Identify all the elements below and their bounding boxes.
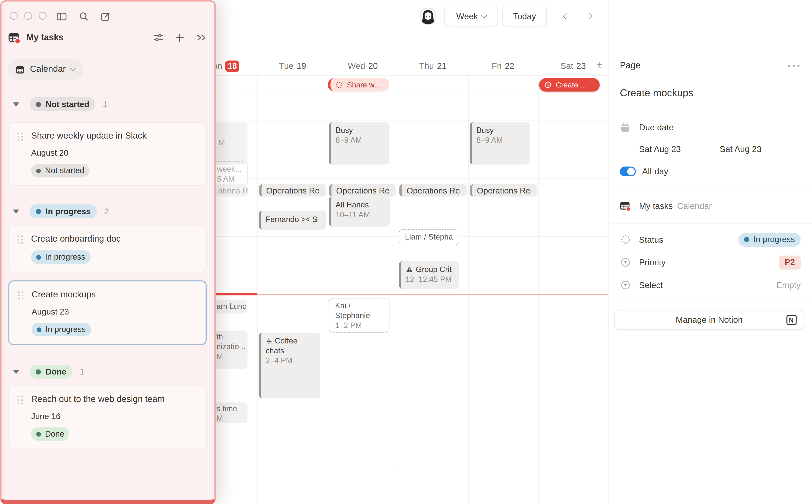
collapse-triangle-icon[interactable]: [13, 209, 19, 214]
notion-icon: N: [786, 315, 797, 325]
view-switcher-week-button[interactable]: Week: [444, 6, 498, 26]
day-header-wed[interactable]: Wed20: [328, 57, 398, 75]
manage-in-notion-button[interactable]: Manage in Notion N: [614, 310, 804, 330]
group-count: 2: [104, 207, 109, 216]
property-row-status[interactable]: StatusIn progress: [620, 231, 801, 248]
task-card[interactable]: Share weekly update in SlackAugust 20Not…: [8, 122, 207, 186]
allday-share-weekly[interactable]: Share w...: [328, 78, 389, 92]
event-busy-fri[interactable]: Busy8–9 AM: [470, 122, 530, 165]
compose-icon[interactable]: [100, 11, 111, 22]
property-value-label: In progress: [753, 235, 795, 244]
group-status-pill[interactable]: Done: [30, 365, 72, 379]
group-count: 1: [80, 367, 84, 376]
property-row-priority[interactable]: PriorityP2: [620, 254, 801, 270]
group-label: In progress: [46, 207, 91, 216]
task-card[interactable]: Reach out to the web design teamJune 16D…: [8, 385, 207, 449]
zoom-button[interactable]: [39, 12, 47, 20]
search-icon[interactable]: [79, 11, 89, 22]
divider: [609, 302, 812, 302]
priority-icon: [620, 257, 631, 267]
drag-handle-icon[interactable]: [18, 291, 24, 300]
grid-line: [258, 75, 258, 504]
event-line: chats: [266, 346, 316, 356]
group-status-pill[interactable]: In progress: [30, 204, 97, 218]
minimize-button[interactable]: [24, 12, 32, 20]
due-date-icon: [620, 122, 631, 133]
property-value[interactable]: In progress: [738, 233, 801, 247]
task-status-pill[interactable]: Done: [31, 427, 69, 441]
property-label: Status: [639, 235, 663, 245]
prev-week-icon[interactable]: [561, 11, 571, 21]
task-card[interactable]: Create onboarding docIn progress: [8, 225, 207, 272]
due-date-start[interactable]: Sat Aug 23: [639, 144, 681, 154]
more-icon[interactable]: [788, 61, 800, 70]
task-status-pill[interactable]: Not started: [31, 164, 89, 177]
current-time-indicator-extension: [257, 294, 608, 295]
event-operations-wed[interactable]: Operations Re: [329, 184, 396, 197]
property-row-select[interactable]: SelectEmpty: [620, 277, 801, 293]
scale-icon[interactable]: ±: [593, 59, 606, 72]
source-calendar-row[interactable]: My tasks Calendar: [620, 200, 801, 212]
filter-icon[interactable]: [153, 33, 164, 43]
grid-line: [187, 75, 608, 75]
allday-toggle[interactable]: [620, 167, 636, 177]
task-title[interactable]: Create mockups: [620, 87, 693, 99]
view-switcher-label: Calendar: [30, 64, 66, 75]
avatar[interactable]: [420, 8, 437, 25]
day-header-tue[interactable]: Tue19: [258, 57, 328, 75]
drag-handle-icon[interactable]: [18, 132, 23, 141]
property-value[interactable]: Empty: [777, 280, 801, 290]
event-operations-fri[interactable]: Operations Re: [470, 184, 537, 197]
add-task-icon[interactable]: [174, 33, 185, 43]
view-switcher-calendar[interactable]: Calendar: [8, 59, 83, 80]
event-liam-stephanie-thu[interactable]: Liam / Stepha: [399, 229, 459, 245]
allday-row: All-day: [620, 167, 801, 177]
property-value[interactable]: P2: [779, 255, 801, 269]
event-busy-wed[interactable]: Busy8–9 AM: [329, 122, 389, 165]
event-group-crit-thu[interactable]: Group Crit12–12:45 PM: [399, 261, 459, 289]
drag-handle-icon[interactable]: [18, 235, 23, 244]
chevron-down-icon: [481, 12, 487, 18]
event-line: 12–12:45 PM: [406, 274, 455, 284]
group-label: Not started: [46, 99, 89, 109]
collapse-sidebar-icon[interactable]: [195, 33, 207, 43]
group-status-pill[interactable]: Not started: [30, 97, 96, 111]
manage-button-label: Manage in Notion: [676, 315, 743, 325]
task-status-pill[interactable]: In progress: [31, 250, 90, 264]
status-dot-icon: [36, 168, 41, 173]
close-button[interactable]: [10, 12, 18, 20]
event-operations-thu[interactable]: Operations Re: [399, 184, 466, 197]
task-card-title: Create mockups: [31, 289, 197, 301]
divider: [609, 223, 812, 223]
next-week-icon[interactable]: [584, 11, 593, 21]
collapse-triangle-icon[interactable]: [13, 370, 19, 374]
grid-line: [187, 353, 608, 353]
sidebar-toggle-icon[interactable]: [56, 11, 67, 22]
event-coffee-chats-tue[interactable]: ☕ Coffeechats2–4 PM: [259, 333, 320, 398]
task-card[interactable]: Create mockupsAugust 23In progress: [8, 280, 207, 345]
group-header-gray[interactable]: Not started1: [13, 97, 215, 111]
window-controls[interactable]: [10, 12, 47, 20]
event-operations-tue[interactable]: Operations Re: [259, 184, 326, 197]
task-status-pill[interactable]: In progress: [31, 323, 91, 336]
collapse-triangle-icon[interactable]: [13, 102, 19, 106]
day-header-thu[interactable]: Thu21: [398, 57, 468, 75]
chevron-down-icon: [70, 66, 76, 72]
event-line: s time: [217, 403, 244, 413]
drag-handle-icon[interactable]: [18, 396, 23, 405]
event-line: 10–11 AM: [336, 210, 386, 219]
group-header-green[interactable]: Done1: [13, 365, 215, 379]
due-date-end[interactable]: Sat Aug 23: [720, 144, 762, 154]
day-header-fri[interactable]: Fri22: [468, 57, 538, 75]
sidebar-title: My tasks: [26, 33, 64, 43]
event-kai-stephanie-wed[interactable]: Kai /Stephanie1–2 PM: [329, 298, 390, 333]
event-fernando-tue[interactable]: Fernando >< S: [259, 211, 326, 230]
today-button[interactable]: Today: [502, 6, 547, 26]
allday-create-mockups[interactable]: Create ...: [539, 78, 600, 92]
due-date-label: Due date: [639, 123, 674, 132]
clock-icon: [544, 81, 552, 89]
event-all-hands-wed[interactable]: All Hands10–11 AM: [329, 197, 390, 227]
task-status-label: In progress: [45, 252, 85, 262]
group-header-blue[interactable]: In progress2: [13, 204, 215, 218]
grid-line: [328, 75, 328, 504]
